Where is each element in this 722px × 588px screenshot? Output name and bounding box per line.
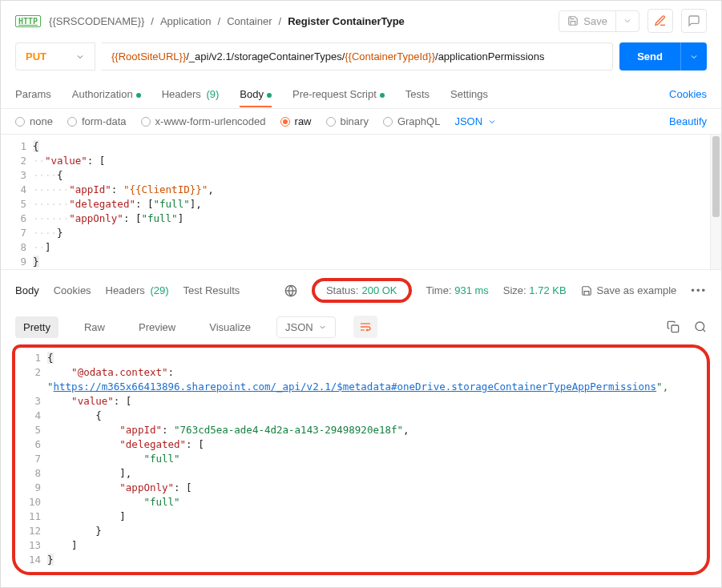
code-body[interactable]: { ··"value": [ ····{ ······"appId": "{{C… [33,135,710,269]
line-gutter: 1234567891011121314 [15,348,47,572]
crumb-sep: / [279,15,282,27]
size-stat: Size: 1.72 KB [503,284,567,296]
status-highlight: Status: 200 OK [312,278,412,303]
cookies-link[interactable]: Cookies [669,88,707,100]
copy-icon[interactable] [667,320,680,333]
radio-icon [67,117,77,127]
crumb-2[interactable]: Container [227,15,272,27]
crumb-3[interactable]: Register ContainerType [288,15,405,27]
comment-button[interactable] [681,9,707,33]
globe-icon[interactable] [284,284,297,297]
tab-auth[interactable]: Authorization [72,82,141,107]
send-button[interactable]: Send [619,42,680,70]
tab-params[interactable]: Params [15,82,51,107]
resp-tab-headers[interactable]: Headers (29) [106,284,169,296]
url-text: {{RootSiteURL}}/_api/v2.1/storageContain… [111,50,545,62]
view-preview[interactable]: Preview [131,316,184,338]
status-dot-icon [267,93,272,98]
crumb-0[interactable]: {{SRSCODENAME}} [49,15,144,27]
method-value: PUT [26,50,46,62]
code-body[interactable]: { "@odata.context": "https://m365x664138… [47,348,707,572]
body-xwww[interactable]: x-www-form-urlencoded [141,115,266,127]
response-highlight: 1234567891011121314 { "@odata.context": … [12,344,710,575]
chevron-down-icon [318,323,327,332]
wrap-icon [359,320,372,333]
tab-body[interactable]: Body [240,82,272,107]
time-stat: Time: 931 ms [426,284,489,296]
save-button-group[interactable]: Save [559,10,639,32]
pencil-icon [654,14,667,27]
save-icon [581,285,592,296]
body-binary[interactable]: binary [326,115,369,127]
url-input[interactable]: {{RootSiteURL}}/_api/v2.1/storageContain… [102,42,613,70]
body-format-select[interactable]: JSON [454,115,497,127]
response-view-bar: Pretty Raw Preview Visualize JSON [1,311,721,344]
body-formdata[interactable]: form-data [67,115,127,127]
more-icon[interactable]: ••• [691,284,707,296]
crumb-sep: / [151,15,154,27]
body-raw[interactable]: raw [280,115,312,127]
scroll-thumb[interactable] [712,136,720,217]
body-none[interactable]: none [15,115,53,127]
view-raw[interactable]: Raw [76,316,113,338]
request-url-row: PUT {{RootSiteURL}}/_api/v2.1/storageCon… [1,41,721,80]
chevron-down-icon [487,117,497,127]
radio-icon [326,117,336,127]
response-body[interactable]: 1234567891011121314 { "@odata.context": … [15,348,707,572]
request-tabs: Params Authorization Headers (9) Body Pr… [1,80,721,109]
view-visualize[interactable]: Visualize [201,316,259,338]
tab-tests[interactable]: Tests [405,82,430,107]
beautify-link[interactable]: Beautify [669,115,707,127]
svg-rect-4 [672,325,679,332]
send-button-group[interactable]: Send [619,42,707,70]
breadcrumb: {{SRSCODENAME}} / Application / Containe… [49,15,551,27]
tab-settings[interactable]: Settings [450,82,488,107]
radio-icon [141,117,151,127]
scrollbar[interactable] [710,135,721,269]
status-dot-icon [380,93,385,98]
crumb-1[interactable]: Application [160,15,212,27]
line-wrap-button[interactable] [353,316,377,338]
status-dot-icon [136,93,141,98]
comment-icon [688,14,700,27]
save-dropdown[interactable] [615,11,639,31]
save-example-button[interactable]: Save as example [581,284,677,296]
body-graphql[interactable]: GraphQL [383,115,440,127]
view-pretty[interactable]: Pretty [15,316,58,338]
search-icon[interactable] [694,320,707,333]
line-gutter: 123456789 [1,135,33,269]
resp-tab-tests[interactable]: Test Results [184,284,240,296]
resp-tab-body[interactable]: Body [15,284,39,296]
save-button[interactable]: Save [559,11,615,31]
response-format-select[interactable]: JSON [276,316,336,338]
response-bar: Body Cookies Headers (29) Test Results S… [1,270,721,311]
radio-icon [15,117,25,127]
chevron-down-icon [75,52,85,62]
chevron-down-icon [689,52,699,62]
resp-tab-cookies[interactable]: Cookies [54,284,91,296]
send-dropdown[interactable] [680,42,707,70]
svg-line-6 [703,329,705,332]
request-body-editor[interactable]: 123456789 { ··"value": [ ····{ ······"ap… [1,134,721,270]
body-type-row: none form-data x-www-form-urlencoded raw… [1,109,721,134]
save-icon [567,15,579,26]
chevron-down-icon [623,16,632,26]
protocol-badge: HTTP [15,15,41,27]
radio-icon [383,117,393,127]
edit-button[interactable] [647,9,673,33]
radio-icon [280,117,290,127]
svg-point-5 [696,322,704,331]
tab-prereq[interactable]: Pre-request Script [292,82,385,107]
method-select[interactable]: PUT [15,42,95,70]
save-label: Save [583,15,607,27]
header-bar: HTTP {{SRSCODENAME}} / Application / Con… [1,1,721,41]
crumb-sep: / [218,15,221,27]
tab-headers[interactable]: Headers (9) [162,82,220,107]
